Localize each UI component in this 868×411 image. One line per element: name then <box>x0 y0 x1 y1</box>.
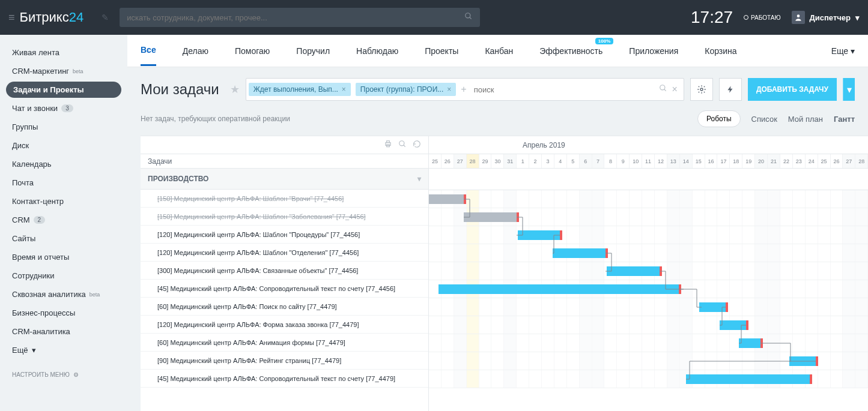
logo[interactable]: Битрикс24 <box>20 10 84 25</box>
print-icon[interactable] <box>384 140 392 151</box>
sidebar-item[interactable]: Ещё ▾ <box>0 341 127 359</box>
menu-toggle-icon[interactable]: ≡ <box>8 11 15 24</box>
search-icon[interactable] <box>464 12 473 23</box>
view-list[interactable]: Список <box>751 115 777 124</box>
add-task-dropdown[interactable]: ▾ <box>843 78 855 101</box>
day-cell: 28 <box>855 154 868 168</box>
gantt-row <box>429 244 868 262</box>
gantt-timeline[interactable]: Апрель 2019 2526272829303112345678910111… <box>429 136 868 411</box>
gantt-bar[interactable] <box>686 374 810 384</box>
task-row[interactable]: [300] Медицинский центр АЛЬФА: Связанные… <box>141 262 428 280</box>
sidebar-item[interactable]: Контакт-центр <box>0 192 127 211</box>
refresh-icon[interactable] <box>413 140 421 151</box>
task-row[interactable]: [150] Медицинский центр АЛЬФА: Шаблон "В… <box>141 190 428 208</box>
gantt-row <box>429 190 868 208</box>
day-cell: 22 <box>780 154 793 168</box>
pencil-icon[interactable]: ✎ <box>102 13 109 22</box>
bar-deadline-icon <box>760 338 763 348</box>
task-row[interactable]: [45] Медицинский центр АЛЬФА: Сопроводит… <box>141 370 428 388</box>
clear-icon[interactable]: × <box>672 84 678 95</box>
topnav-item[interactable]: Наблюдаю <box>356 37 398 65</box>
add-filter-icon[interactable]: + <box>458 84 469 95</box>
topnav-item[interactable]: Делаю <box>183 37 208 65</box>
gantt-bar[interactable] <box>720 320 746 330</box>
sidebar-item[interactable]: Сотрудники <box>0 266 127 285</box>
topnav-item[interactable]: Корзина <box>705 37 736 65</box>
task-group-header[interactable]: ПРОИЗВОДСТВО▾ <box>141 169 428 190</box>
global-search[interactable] <box>120 8 480 27</box>
task-row[interactable]: [60] Медицинский центр АЛЬФА: Анимация ф… <box>141 334 428 352</box>
sidebar-item[interactable]: Сайты <box>0 229 127 248</box>
header-right: 17:27 РАБОТАЮ Диспетчер ▾ <box>691 8 860 27</box>
view-gantt[interactable]: Гантт <box>834 115 855 124</box>
sidebar-item[interactable]: CRM-аналитика <box>0 322 127 341</box>
day-cell: 9 <box>617 154 630 168</box>
gantt-bar[interactable] <box>739 338 760 348</box>
sidebar-item[interactable]: Календарь <box>0 155 127 173</box>
gantt-bar[interactable] <box>464 212 517 222</box>
topnav-item[interactable]: Проекты <box>425 37 458 65</box>
gear-button[interactable] <box>690 78 713 101</box>
day-cell: 10 <box>630 154 642 168</box>
sidebar-item[interactable]: Задачи и Проекты <box>6 82 121 98</box>
configure-menu[interactable]: НАСТРОИТЬ МЕНЮ ⚙ <box>0 359 127 378</box>
filter-chip-status[interactable]: Ждет выполнения, Вып...× <box>249 83 351 96</box>
sidebar-item[interactable]: Группы <box>0 118 127 136</box>
gantt-bar[interactable] <box>607 266 660 276</box>
work-status[interactable]: РАБОТАЮ <box>744 14 780 21</box>
sidebar-item[interactable]: Живая лента <box>0 43 127 62</box>
sidebar-item[interactable]: Диск <box>0 136 127 155</box>
sidebar-item[interactable]: Бизнес-процессы <box>0 304 127 322</box>
topnav-item[interactable]: Канбан <box>485 37 513 65</box>
task-row[interactable]: [45] Медицинский центр АЛЬФА: Сопроводит… <box>141 280 428 298</box>
task-row[interactable]: [120] Медицинский центр АЛЬФА: Форма зак… <box>141 316 428 334</box>
robots-button[interactable]: Роботы <box>697 110 741 127</box>
beta-badge: beta <box>73 68 83 74</box>
gantt-bar[interactable] <box>429 194 464 204</box>
day-cell: 4 <box>554 154 567 168</box>
gantt-bar[interactable] <box>439 284 679 294</box>
gantt-bar[interactable] <box>789 356 816 366</box>
sidebar-item[interactable]: Время и отчеты <box>0 248 127 266</box>
counter-badge: 3 <box>61 104 73 112</box>
bolt-button[interactable] <box>719 78 742 101</box>
topnav-item[interactable]: Помогаю <box>235 37 270 65</box>
chevron-down-icon: ▾ <box>32 346 36 355</box>
filter-search-input[interactable] <box>469 85 653 94</box>
gantt-bar[interactable] <box>699 302 726 312</box>
topnav-more[interactable]: Еще ▾ <box>831 37 855 65</box>
sidebar-item[interactable]: Чат и звонки3 <box>0 99 127 118</box>
star-icon[interactable]: ★ <box>230 83 240 96</box>
task-row[interactable]: [120] Медицинский центр АЛЬФА: Шаблон "О… <box>141 244 428 262</box>
day-cell: 17 <box>717 154 730 168</box>
day-cell: 20 <box>755 154 768 168</box>
filter-bar[interactable]: Ждет выполнения, Вып...× Проект (группа)… <box>246 78 684 101</box>
task-row[interactable]: [120] Медицинский центр АЛЬФА: Шаблон "П… <box>141 226 428 244</box>
day-cell: 1 <box>517 154 529 168</box>
topnav-item[interactable]: Поручил <box>296 37 330 65</box>
topnav-item[interactable]: Эффективность100% <box>539 37 602 65</box>
filter-chip-project[interactable]: Проект (группа): ПРОИ...× <box>356 83 456 96</box>
user-menu[interactable]: Диспетчер ▾ <box>792 11 860 24</box>
close-icon[interactable]: × <box>342 85 346 94</box>
task-row[interactable]: [150] Медицинский центр АЛЬФА: Шаблон "З… <box>141 208 428 226</box>
sidebar-item[interactable]: CRM2 <box>0 211 127 229</box>
sidebar-item[interactable]: Почта <box>0 173 127 192</box>
day-cell: 3 <box>542 154 554 168</box>
zoom-icon[interactable] <box>398 140 407 151</box>
add-task-button[interactable]: ДОБАВИТЬ ЗАДАЧУ <box>748 78 837 101</box>
topnav-item[interactable]: Приложения <box>629 37 678 65</box>
search-input[interactable] <box>127 13 464 22</box>
close-icon[interactable]: × <box>447 85 451 94</box>
gantt-bar[interactable] <box>518 230 560 240</box>
day-cell: 7 <box>592 154 605 168</box>
sidebar-item[interactable]: CRM-маркетингbeta <box>0 62 127 80</box>
topnav-item[interactable]: Все <box>141 35 156 66</box>
sidebar-item[interactable]: Сквозная аналитикаbeta <box>0 285 127 304</box>
bar-deadline-icon <box>517 212 519 222</box>
task-row[interactable]: [90] Медицинский центр АЛЬФА: Рейтинг ст… <box>141 352 428 370</box>
task-row[interactable]: [60] Медицинский центр АЛЬФА: Поиск по с… <box>141 298 428 316</box>
view-myplan[interactable]: Мой план <box>788 115 823 124</box>
search-icon[interactable] <box>659 84 667 95</box>
gantt-bar[interactable] <box>553 248 605 258</box>
